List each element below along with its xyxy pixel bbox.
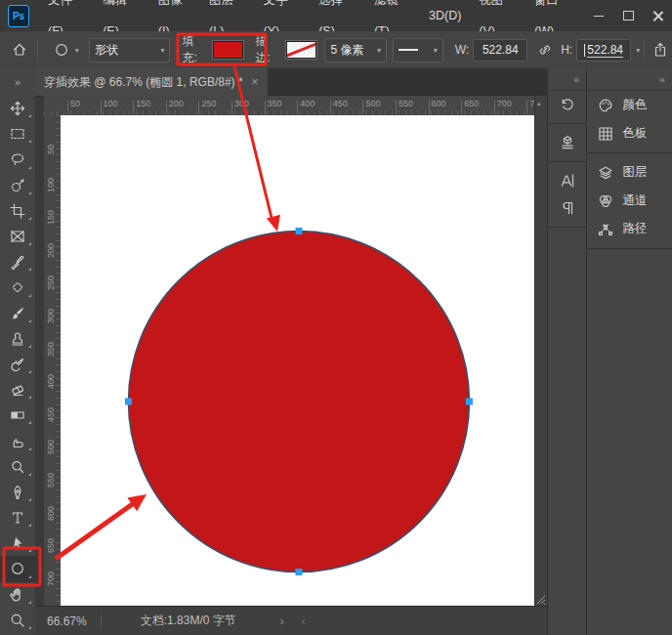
character-icon — [560, 173, 575, 189]
tool-frame[interactable] — [0, 224, 35, 249]
panel-tab-layers[interactable]: 图层 — [587, 158, 672, 187]
minimize-button[interactable] — [584, 0, 613, 31]
document-tab-title: 穿插效果 @ 66.7% (椭圆 1, RGB/8#) * — [44, 74, 243, 91]
tool-path-select[interactable] — [0, 530, 35, 556]
healing-brush-icon — [10, 279, 25, 295]
tool-options-bar: ▾ 形状 ▾ 填充: 描边: 5 像素 ▾ ▾ W: 522.84 H: 522… — [0, 31, 672, 69]
zoom-level-field[interactable]: 66.67% — [47, 614, 102, 628]
history-brush-icon — [10, 357, 25, 372]
paths-icon — [598, 222, 613, 237]
toolbar-expand-button[interactable]: » — [0, 68, 35, 96]
tool-brush[interactable] — [0, 301, 35, 326]
subtool-indicator — [28, 370, 31, 373]
document-tab[interactable]: 穿插效果 @ 66.7% (椭圆 1, RGB/8#) * × — [35, 68, 268, 96]
tool-clone-stamp[interactable] — [0, 326, 35, 352]
v-ruler-label: 650 — [46, 538, 56, 553]
panel-icon-paragraph[interactable] — [548, 194, 586, 222]
subtool-indicator — [28, 114, 31, 117]
panel-tab-paths[interactable]: 路径 — [587, 215, 672, 243]
scroll-up-icon: ▴ — [537, 100, 541, 107]
panel-icon-libraries[interactable] — [548, 129, 586, 156]
tool-mode-dropdown[interactable]: 形状 ▾ — [89, 38, 171, 63]
collapse-panel-button[interactable]: « — [587, 68, 672, 91]
width-label: W: — [455, 43, 469, 57]
tool-crop[interactable] — [0, 198, 35, 224]
maximize-icon — [623, 11, 634, 21]
fill-color-swatch[interactable] — [213, 41, 244, 59]
tool-eraser[interactable] — [0, 377, 35, 402]
h-ruler-label: 50 — [67, 99, 80, 108]
h-ruler-label: 600 — [429, 99, 446, 108]
tool-eyedropper[interactable] — [0, 249, 35, 275]
panel-tab-channels[interactable]: 通道 — [587, 187, 672, 215]
chevron-down-icon: ▾ — [160, 46, 164, 55]
tool-zoom[interactable] — [0, 608, 35, 633]
home-icon[interactable] — [8, 38, 31, 62]
move-icon — [10, 101, 25, 116]
subtool-indicator — [28, 294, 31, 297]
panel-tab-color[interactable]: 颜色 — [587, 91, 672, 119]
divider — [587, 152, 672, 153]
tool-history-brush[interactable] — [0, 352, 35, 377]
shape-height-field[interactable]: 522.84 — [576, 39, 631, 62]
menu-3d[interactable]: 3D(D) — [420, 0, 470, 31]
stroke-width-dropdown[interactable]: 5 像素 ▾ — [324, 38, 387, 63]
h-ruler-label: 450 — [330, 99, 348, 108]
ellipse-tool-icon — [50, 38, 73, 62]
separator — [644, 38, 645, 62]
tool-smudge[interactable] — [0, 428, 35, 453]
v-ruler-label: 300 — [46, 309, 56, 323]
status-chevron-right-icon[interactable]: › — [280, 614, 284, 628]
maximize-button[interactable] — [613, 0, 643, 31]
resize-grip-icon[interactable] — [535, 593, 547, 607]
collapse-panel-button[interactable]: « — [548, 68, 586, 91]
shape-height-value: 522.84 — [587, 43, 623, 58]
tool-ellipse[interactable] — [0, 556, 35, 581]
tool-type[interactable] — [0, 505, 35, 530]
link-dimensions-icon[interactable] — [533, 38, 557, 62]
panel-tab-label: 通道 — [622, 192, 647, 209]
chevron-down-icon: ▾ — [377, 46, 381, 55]
tool-quick-select[interactable] — [0, 173, 35, 198]
stroke-type-dropdown[interactable]: ▾ — [393, 38, 443, 63]
panel-icon-character[interactable] — [548, 167, 586, 194]
tab-close-icon[interactable]: × — [252, 75, 259, 89]
tool-pen[interactable] — [0, 480, 35, 505]
stroke-color-swatch[interactable] — [286, 41, 317, 59]
layers-icon — [598, 165, 613, 181]
lasso-icon — [10, 151, 25, 167]
tool-dodge[interactable] — [0, 454, 35, 480]
subtool-indicator — [28, 421, 31, 424]
tool-gradient[interactable] — [0, 402, 35, 428]
v-ruler-label: 400 — [46, 374, 56, 389]
panel-icon-history[interactable] — [548, 91, 586, 118]
tool-rect-marquee[interactable] — [0, 121, 35, 147]
export-icon[interactable] — [649, 38, 672, 62]
tool-move[interactable] — [0, 96, 35, 121]
close-button[interactable] — [643, 0, 672, 31]
history-icon — [560, 97, 575, 112]
tool-hand[interactable] — [0, 582, 35, 608]
canvas[interactable] — [61, 115, 535, 607]
frame-icon — [10, 229, 25, 244]
document-info: 文档:1.83M/0 字节 — [141, 613, 236, 629]
panel-icon-strip — [548, 91, 586, 233]
tool-lasso[interactable] — [0, 147, 35, 172]
photoshop-logo: Ps — [8, 5, 29, 27]
h-ruler-label: 700 — [494, 99, 512, 108]
shape-width-field[interactable]: 522.84 — [473, 39, 527, 62]
status-chevron-left-icon[interactable]: ‹ — [302, 614, 306, 628]
v-ruler-label: 700 — [46, 572, 56, 586]
h-ruler-label: 500 — [362, 99, 380, 108]
crop-icon — [10, 203, 25, 219]
current-tool-preview[interactable]: ▾ — [50, 38, 79, 62]
ellipse-shape[interactable] — [129, 232, 470, 572]
panel-tab-swatches[interactable]: 色板 — [587, 119, 672, 148]
chevron-down-icon[interactable]: ▾ — [636, 46, 640, 55]
divider — [587, 248, 672, 249]
toolbar-tools — [0, 96, 35, 633]
subtool-indicator — [28, 601, 31, 604]
tool-healing-brush[interactable] — [0, 275, 35, 300]
chevron-down-icon: ▾ — [434, 46, 438, 55]
vertical-scrollbar[interactable]: ▴ — [534, 96, 547, 607]
